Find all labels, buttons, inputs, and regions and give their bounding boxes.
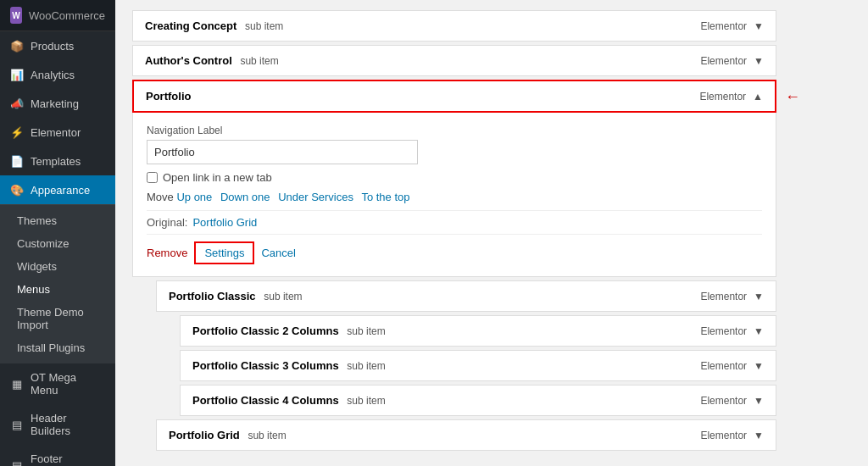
sidebar-item-analytics[interactable]: 📊 Analytics (0, 60, 115, 89)
new-tab-label: Open link in a new tab (163, 171, 272, 184)
creating-concept-chevron[interactable]: ▼ (754, 20, 764, 32)
move-row: Move Up one Down one Under Services To t… (147, 191, 762, 203)
original-row: Original: Portfolio Grid (147, 210, 762, 235)
portfolio-classic-3col-title: Portfolio Classic 3 Columns sub item (192, 359, 386, 372)
menu-item-portfolio-classic[interactable]: Portfolio Classic sub item Elementor ▼ (156, 280, 776, 312)
portfolio-classic-2col-title: Portfolio Classic 2 Columns sub item (192, 325, 386, 337)
sidebar: W WooCommerce 📦 Products 📊 Analytics 📣 M… (0, 0, 115, 466)
portfolio-classic-2col-chevron[interactable]: ▼ (754, 325, 764, 337)
menu-item-portfolio-classic-3col[interactable]: Portfolio Classic 3 Columns sub item Ele… (180, 350, 776, 381)
portfolio-classic-4col-title: Portfolio Classic 4 Columns sub item (192, 394, 386, 407)
sidebar-item-templates[interactable]: 📄 Templates (0, 147, 115, 175)
sidebar-label-analytics: Analytics (31, 69, 75, 81)
portfolio-classic-chevron[interactable]: ▼ (754, 291, 764, 302)
nav-label-input[interactable] (147, 140, 418, 164)
portfolio-classic-title: Portfolio Classic sub item (169, 290, 303, 302)
woocommerce-icon: W (10, 7, 22, 24)
elementor-icon: ⚡ (10, 125, 24, 139)
sidebar-label-header-builders: Header Builders (31, 412, 105, 437)
marketing-icon: 📣 (10, 97, 24, 110)
cancel-link[interactable]: Cancel (261, 247, 295, 259)
portfolio-classic-wrap: Portfolio Classic sub item Elementor ▼ P… (156, 280, 776, 416)
nav-label-text: Navigation Label (147, 125, 762, 136)
move-under-services[interactable]: Under Services (278, 191, 353, 203)
portfolio-grid-wrap: Portfolio Grid sub item Elementor ▼ (156, 419, 776, 451)
sidebar-item-header-builders[interactable]: ▤ Header Builders (0, 404, 115, 445)
portfolio-arrow-indicator: ← (785, 87, 800, 105)
portfolio-chevron[interactable]: ▲ (753, 91, 763, 103)
sidebar-sub-theme-demo-import[interactable]: Theme Demo Import (0, 301, 115, 336)
sidebar-label-templates: Templates (31, 155, 81, 168)
settings-button[interactable]: Settings (194, 241, 254, 264)
action-row: Remove Settings Cancel (147, 241, 762, 264)
sidebar-sub-menus[interactable]: Menus (0, 278, 115, 301)
move-to-top[interactable]: To the top (361, 191, 409, 203)
portfolio-grid-title: Portfolio Grid sub item (169, 429, 287, 441)
footer-builders-icon: ▤ (10, 458, 24, 466)
new-tab-checkbox-row: Open link in a new tab (147, 171, 762, 184)
sidebar-sub-themes[interactable]: Themes (0, 209, 115, 232)
authors-control-chevron[interactable]: ▼ (754, 55, 764, 67)
products-icon: 📦 (10, 39, 24, 53)
creating-concept-title: Creating Concept sub item (145, 19, 283, 32)
portfolio-title: Portfolio (146, 90, 191, 103)
menu-item-portfolio-classic-4col[interactable]: Portfolio Classic 4 Columns sub item Ele… (180, 385, 776, 416)
sidebar-item-appearance[interactable]: 🎨 Appearance (0, 175, 115, 204)
portfolio-grid-chevron[interactable]: ▼ (754, 430, 764, 441)
authors-control-title: Author's Control sub item (145, 54, 279, 67)
menu-item-portfolio-grid[interactable]: Portfolio Grid sub item Elementor ▼ (156, 419, 776, 451)
move-up-one[interactable]: Up one (176, 191, 212, 203)
portfolio-classic-4col-chevron[interactable]: ▼ (754, 395, 764, 407)
ot-mega-menu-icon: ▦ (10, 377, 24, 391)
remove-link[interactable]: Remove (147, 247, 187, 259)
move-down-one[interactable]: Down one (220, 191, 270, 203)
sidebar-label-marketing: Marketing (31, 97, 79, 110)
content-area: Creating Concept sub item Elementor ▼ Au… (115, 0, 793, 464)
menu-item-portfolio[interactable]: Portfolio Elementor ▲ (132, 80, 776, 113)
new-tab-checkbox[interactable] (147, 172, 158, 183)
sidebar-sub-install-plugins[interactable]: Install Plugins (0, 336, 115, 359)
menu-item-creating-concept[interactable]: Creating Concept sub item Elementor ▼ (132, 10, 776, 42)
portfolio-classic-2col-wrap: Portfolio Classic 2 Columns sub item Ele… (180, 315, 776, 416)
sidebar-label-appearance: Appearance (31, 184, 90, 197)
menu-item-portfolio-classic-2col[interactable]: Portfolio Classic 2 Columns sub item Ele… (180, 315, 776, 347)
sidebar-sub-widgets[interactable]: Widgets (0, 255, 115, 278)
main-content: Creating Concept sub item Elementor ▼ Au… (115, 0, 868, 466)
original-link[interactable]: Portfolio Grid (192, 216, 257, 229)
sidebar-sub-customize[interactable]: Customize (0, 232, 115, 255)
sidebar-item-footer-builders[interactable]: ▤ Footer Builders (0, 445, 115, 466)
move-label: Move (147, 191, 176, 203)
portfolio-classic-3col-chevron[interactable]: ▼ (754, 360, 764, 372)
appearance-submenu: Themes Customize Widgets Menus Theme Dem… (0, 204, 115, 363)
sidebar-top-label: WooCommerce (29, 9, 105, 22)
original-label: Original: (147, 216, 187, 229)
appearance-icon: 🎨 (10, 183, 24, 197)
templates-icon: 📄 (10, 154, 24, 168)
sidebar-label-elementor: Elementor (31, 126, 81, 139)
analytics-icon: 📊 (10, 68, 24, 81)
sidebar-item-marketing[interactable]: 📣 Marketing (0, 89, 115, 118)
sidebar-label-products: Products (31, 40, 74, 53)
header-builders-icon: ▤ (10, 418, 24, 431)
sidebar-label-footer-builders: Footer Builders (31, 452, 105, 466)
sidebar-item-products[interactable]: 📦 Products (0, 31, 115, 60)
sidebar-top[interactable]: W WooCommerce (0, 0, 115, 31)
menu-item-authors-control[interactable]: Author's Control sub item Elementor ▼ (132, 45, 776, 76)
sidebar-item-ot-mega-menu[interactable]: ▦ OT Mega Menu (0, 363, 115, 404)
sidebar-label-ot-mega-menu: OT Mega Menu (31, 371, 105, 397)
sidebar-item-elementor[interactable]: ⚡ Elementor (0, 118, 115, 147)
portfolio-expanded-form: Navigation Label Open link in a new tab … (132, 113, 776, 277)
